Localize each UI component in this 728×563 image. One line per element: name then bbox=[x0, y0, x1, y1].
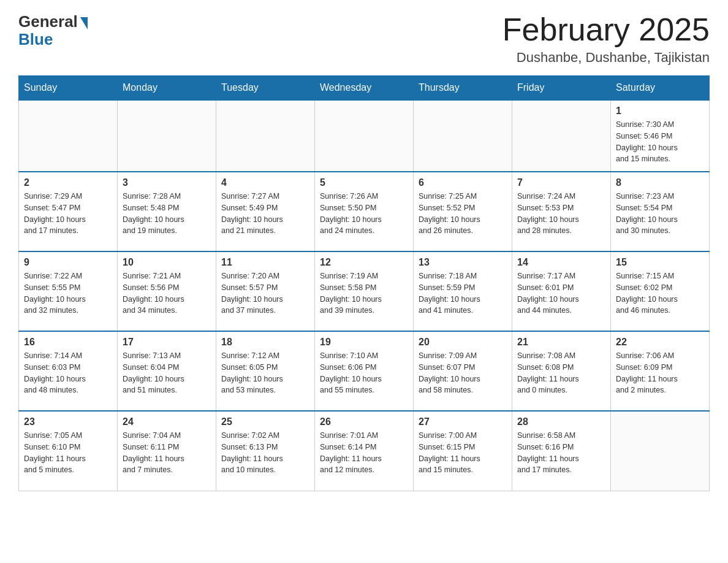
calendar-cell: 19Sunrise: 7:10 AM Sunset: 6:06 PM Dayli… bbox=[315, 331, 414, 411]
calendar-cell: 28Sunrise: 6:58 AM Sunset: 6:16 PM Dayli… bbox=[512, 411, 611, 491]
calendar-cell bbox=[118, 100, 216, 172]
calendar-cell bbox=[414, 100, 512, 172]
calendar-cell: 4Sunrise: 7:27 AM Sunset: 5:49 PM Daylig… bbox=[216, 172, 315, 251]
day-info: Sunrise: 7:01 AM Sunset: 6:14 PM Dayligh… bbox=[320, 430, 408, 476]
day-number: 16 bbox=[24, 337, 112, 348]
day-info: Sunrise: 7:05 AM Sunset: 6:10 PM Dayligh… bbox=[24, 430, 112, 476]
week-row-4: 23Sunrise: 7:05 AM Sunset: 6:10 PM Dayli… bbox=[19, 411, 710, 491]
day-info: Sunrise: 7:28 AM Sunset: 5:48 PM Dayligh… bbox=[123, 191, 211, 237]
calendar-cell: 23Sunrise: 7:05 AM Sunset: 6:10 PM Dayli… bbox=[19, 411, 118, 491]
logo-general-text: General bbox=[18, 12, 78, 31]
day-info: Sunrise: 7:09 AM Sunset: 6:07 PM Dayligh… bbox=[419, 350, 507, 396]
day-info: Sunrise: 7:27 AM Sunset: 5:49 PM Dayligh… bbox=[221, 191, 309, 237]
day-info: Sunrise: 7:00 AM Sunset: 6:15 PM Dayligh… bbox=[419, 430, 507, 476]
day-number: 15 bbox=[616, 257, 704, 268]
day-number: 2 bbox=[24, 177, 112, 188]
calendar-cell: 11Sunrise: 7:20 AM Sunset: 5:57 PM Dayli… bbox=[216, 251, 315, 331]
day-info: Sunrise: 7:26 AM Sunset: 5:50 PM Dayligh… bbox=[320, 191, 408, 237]
month-title: February 2025 bbox=[502, 12, 710, 47]
day-number: 27 bbox=[419, 416, 507, 427]
calendar-cell: 2Sunrise: 7:29 AM Sunset: 5:47 PM Daylig… bbox=[19, 172, 118, 251]
day-info: Sunrise: 7:08 AM Sunset: 6:08 PM Dayligh… bbox=[517, 350, 605, 396]
day-info: Sunrise: 7:06 AM Sunset: 6:09 PM Dayligh… bbox=[616, 350, 704, 396]
day-info: Sunrise: 7:19 AM Sunset: 5:58 PM Dayligh… bbox=[320, 270, 408, 316]
logo-arrow-icon bbox=[80, 17, 88, 29]
header-day-thursday: Thursday bbox=[414, 76, 512, 101]
header-day-monday: Monday bbox=[118, 76, 216, 101]
calendar-cell: 22Sunrise: 7:06 AM Sunset: 6:09 PM Dayli… bbox=[611, 331, 710, 411]
day-info: Sunrise: 7:22 AM Sunset: 5:55 PM Dayligh… bbox=[24, 270, 112, 316]
calendar-cell: 9Sunrise: 7:22 AM Sunset: 5:55 PM Daylig… bbox=[19, 251, 118, 331]
calendar-cell bbox=[19, 100, 118, 172]
day-info: Sunrise: 7:29 AM Sunset: 5:47 PM Dayligh… bbox=[24, 191, 112, 237]
day-number: 14 bbox=[517, 257, 605, 268]
day-number: 7 bbox=[517, 177, 605, 188]
calendar-cell bbox=[611, 411, 710, 491]
day-info: Sunrise: 7:04 AM Sunset: 6:11 PM Dayligh… bbox=[123, 430, 211, 476]
day-number: 11 bbox=[221, 257, 309, 268]
day-number: 10 bbox=[123, 257, 211, 268]
calendar-cell: 15Sunrise: 7:15 AM Sunset: 6:02 PM Dayli… bbox=[611, 251, 710, 331]
day-info: Sunrise: 7:15 AM Sunset: 6:02 PM Dayligh… bbox=[616, 270, 704, 316]
week-row-0: 1Sunrise: 7:30 AM Sunset: 5:46 PM Daylig… bbox=[19, 100, 710, 172]
day-info: Sunrise: 7:12 AM Sunset: 6:05 PM Dayligh… bbox=[221, 350, 309, 396]
day-number: 17 bbox=[123, 337, 211, 348]
calendar-cell: 17Sunrise: 7:13 AM Sunset: 6:04 PM Dayli… bbox=[118, 331, 216, 411]
calendar-cell: 5Sunrise: 7:26 AM Sunset: 5:50 PM Daylig… bbox=[315, 172, 414, 251]
calendar-table: SundayMondayTuesdayWednesdayThursdayFrid… bbox=[18, 75, 710, 491]
day-number: 8 bbox=[616, 177, 704, 188]
calendar-header: SundayMondayTuesdayWednesdayThursdayFrid… bbox=[19, 76, 710, 101]
page-header: General Blue February 2025 Dushanbe, Dus… bbox=[18, 12, 710, 66]
header-day-wednesday: Wednesday bbox=[315, 76, 414, 101]
week-row-2: 9Sunrise: 7:22 AM Sunset: 5:55 PM Daylig… bbox=[19, 251, 710, 331]
day-number: 19 bbox=[320, 337, 408, 348]
day-number: 20 bbox=[419, 337, 507, 348]
day-info: Sunrise: 7:18 AM Sunset: 5:59 PM Dayligh… bbox=[419, 270, 507, 316]
calendar-cell: 27Sunrise: 7:00 AM Sunset: 6:15 PM Dayli… bbox=[414, 411, 512, 491]
logo: General Blue bbox=[18, 12, 88, 49]
header-day-sunday: Sunday bbox=[19, 76, 118, 101]
day-info: Sunrise: 7:17 AM Sunset: 6:01 PM Dayligh… bbox=[517, 270, 605, 316]
calendar-cell bbox=[512, 100, 611, 172]
day-number: 12 bbox=[320, 257, 408, 268]
logo-blue-text: Blue bbox=[18, 30, 53, 49]
calendar-cell: 12Sunrise: 7:19 AM Sunset: 5:58 PM Dayli… bbox=[315, 251, 414, 331]
calendar-cell: 24Sunrise: 7:04 AM Sunset: 6:11 PM Dayli… bbox=[118, 411, 216, 491]
day-number: 9 bbox=[24, 257, 112, 268]
day-number: 23 bbox=[24, 416, 112, 427]
location: Dushanbe, Dushanbe, Tajikistan bbox=[502, 50, 710, 66]
header-day-friday: Friday bbox=[512, 76, 611, 101]
header-day-tuesday: Tuesday bbox=[216, 76, 315, 101]
day-number: 24 bbox=[123, 416, 211, 427]
day-number: 26 bbox=[320, 416, 408, 427]
week-row-1: 2Sunrise: 7:29 AM Sunset: 5:47 PM Daylig… bbox=[19, 172, 710, 251]
calendar-cell: 14Sunrise: 7:17 AM Sunset: 6:01 PM Dayli… bbox=[512, 251, 611, 331]
day-info: Sunrise: 7:23 AM Sunset: 5:54 PM Dayligh… bbox=[616, 191, 704, 237]
calendar-cell: 1Sunrise: 7:30 AM Sunset: 5:46 PM Daylig… bbox=[611, 100, 710, 172]
day-info: Sunrise: 7:02 AM Sunset: 6:13 PM Dayligh… bbox=[221, 430, 309, 476]
calendar-cell: 7Sunrise: 7:24 AM Sunset: 5:53 PM Daylig… bbox=[512, 172, 611, 251]
day-number: 3 bbox=[123, 177, 211, 188]
day-info: Sunrise: 7:10 AM Sunset: 6:06 PM Dayligh… bbox=[320, 350, 408, 396]
day-number: 18 bbox=[221, 337, 309, 348]
calendar-cell: 3Sunrise: 7:28 AM Sunset: 5:48 PM Daylig… bbox=[118, 172, 216, 251]
header-day-saturday: Saturday bbox=[611, 76, 710, 101]
day-info: Sunrise: 7:13 AM Sunset: 6:04 PM Dayligh… bbox=[123, 350, 211, 396]
day-number: 6 bbox=[419, 177, 507, 188]
title-section: February 2025 Dushanbe, Dushanbe, Tajiki… bbox=[502, 12, 710, 66]
calendar-cell bbox=[315, 100, 414, 172]
calendar-body: 1Sunrise: 7:30 AM Sunset: 5:46 PM Daylig… bbox=[19, 100, 710, 491]
header-row: SundayMondayTuesdayWednesdayThursdayFrid… bbox=[19, 76, 710, 101]
day-info: Sunrise: 7:24 AM Sunset: 5:53 PM Dayligh… bbox=[517, 191, 605, 237]
day-number: 1 bbox=[616, 105, 704, 117]
calendar-cell: 10Sunrise: 7:21 AM Sunset: 5:56 PM Dayli… bbox=[118, 251, 216, 331]
calendar-cell: 21Sunrise: 7:08 AM Sunset: 6:08 PM Dayli… bbox=[512, 331, 611, 411]
day-number: 21 bbox=[517, 337, 605, 348]
day-number: 25 bbox=[221, 416, 309, 427]
calendar-cell: 26Sunrise: 7:01 AM Sunset: 6:14 PM Dayli… bbox=[315, 411, 414, 491]
day-info: Sunrise: 7:30 AM Sunset: 5:46 PM Dayligh… bbox=[616, 119, 704, 165]
week-row-3: 16Sunrise: 7:14 AM Sunset: 6:03 PM Dayli… bbox=[19, 331, 710, 411]
day-info: Sunrise: 7:14 AM Sunset: 6:03 PM Dayligh… bbox=[24, 350, 112, 396]
day-number: 28 bbox=[517, 416, 605, 427]
day-info: Sunrise: 7:21 AM Sunset: 5:56 PM Dayligh… bbox=[123, 270, 211, 316]
